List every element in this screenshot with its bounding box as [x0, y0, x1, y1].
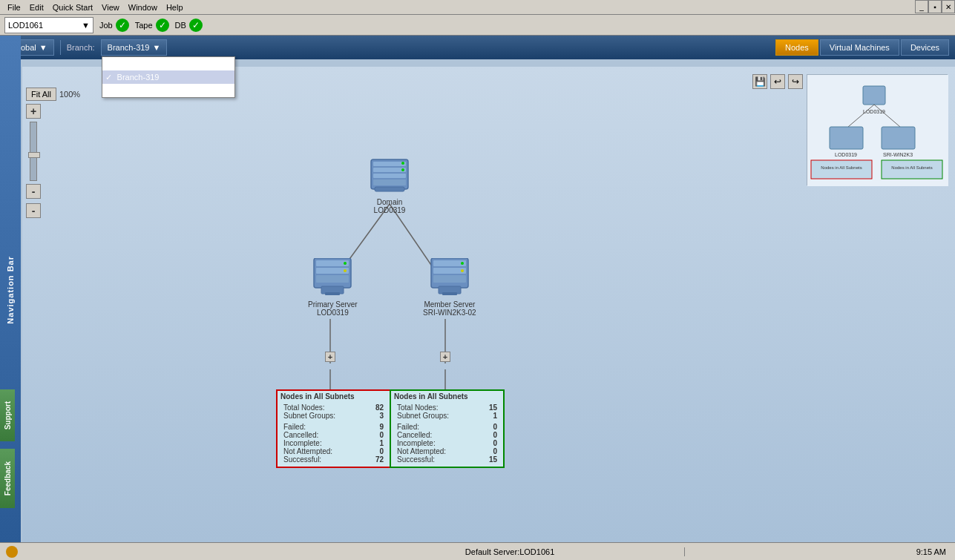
primary-server-node[interactable]: Primary Server LOD0319: [308, 258, 358, 317]
right-not-attempted-row: Not Attempted: 0: [394, 447, 500, 455]
right-successful-label: Successful:: [397, 455, 435, 464]
right-subnet-header: Nodes in All Subnets: [391, 391, 503, 402]
header-separator: [60, 40, 61, 55]
branch-option-central[interactable]: Central-Site (LOD1061): [102, 84, 234, 97]
right-incomplete-row: Incomplete: 0: [394, 439, 500, 447]
member-server-sublabel: SRI-WIN2K3-02: [423, 309, 476, 317]
left-total-nodes-value: 82: [375, 403, 384, 412]
left-not-attempted-row: Not Attempted: 0: [280, 447, 387, 455]
member-server-node[interactable]: Member Server SRI-WIN2K3-02: [423, 258, 476, 317]
menu-file[interactable]: File: [3, 1, 25, 13]
branch-dropdown[interactable]: Branch-319 ▼ BR 1201 Branch-319 Central-…: [101, 39, 168, 56]
close-button[interactable]: ✕: [942, 0, 955, 13]
domain-sublabel: LOD0319: [374, 206, 406, 214]
fit-all-button[interactable]: Fit All: [26, 88, 56, 101]
status-warning-icon: [6, 546, 18, 558]
svg-rect-22: [373, 174, 406, 178]
member-server-label: Member Server: [424, 300, 475, 309]
right-failed-value: 0: [493, 423, 497, 431]
zoom-percentage: 100%: [59, 90, 80, 99]
svg-rect-34: [325, 292, 340, 295]
support-sidebar[interactable]: Support: [0, 389, 15, 441]
left-subnet-groups-value: 3: [379, 412, 384, 420]
svg-rect-21: [373, 168, 406, 172]
svg-rect-42: [442, 292, 457, 295]
left-successful-row: Successful: 72: [280, 455, 387, 464]
tape-section: Tape ✓: [135, 19, 169, 32]
branch-option-br1201[interactable]: BR 1201: [102, 57, 234, 70]
restore-button[interactable]: ▪: [928, 0, 942, 13]
right-subnet-box[interactable]: Nodes in All Subnets Total Nodes: 15 Sub…: [390, 389, 505, 468]
domain-node[interactable]: Domain LOD0319: [367, 156, 412, 214]
svg-point-24: [401, 162, 404, 165]
svg-point-32: [344, 269, 347, 272]
nodes-button[interactable]: Nodes: [775, 39, 818, 56]
expand-button-left[interactable]: +: [325, 352, 335, 362]
svg-point-31: [344, 262, 347, 265]
zoom-controls: + - -: [26, 104, 41, 218]
svg-rect-20: [373, 162, 406, 166]
right-subnet-groups-value: 1: [493, 412, 497, 420]
svg-rect-5: [830, 127, 863, 149]
minimize-button[interactable]: _: [915, 0, 928, 13]
menubar: File Edit Quick Start View Window Help _…: [0, 0, 955, 15]
right-failed-row: Failed: 0: [394, 423, 500, 431]
svg-rect-38: [433, 275, 466, 283]
minimap-save-button[interactable]: 💾: [752, 74, 767, 89]
svg-text:LOD0319: LOD0319: [835, 152, 857, 157]
menu-help[interactable]: Help: [162, 1, 188, 13]
left-total-nodes-row: Total Nodes: 82: [280, 403, 387, 412]
feedback-label: Feedback: [4, 461, 12, 495]
left-subnet-box[interactable]: Nodes in All Subnets Total Nodes: 82 Sub…: [276, 389, 391, 468]
left-subnet-groups-label: Subnet Groups:: [283, 412, 335, 420]
right-total-nodes-value: 15: [489, 403, 497, 412]
left-subnet-header: Nodes in All Subnets: [278, 391, 390, 402]
lod-dropdown[interactable]: LOD1061 ▼: [4, 17, 93, 33]
left-successful-label: Successful:: [283, 455, 321, 464]
right-cancelled-value: 0: [493, 431, 497, 439]
expand-button-right[interactable]: +: [440, 352, 450, 362]
right-not-attempted-label: Not Attempted:: [397, 447, 446, 455]
menu-edit[interactable]: Edit: [25, 1, 48, 13]
left-incomplete-value: 1: [379, 439, 384, 447]
zoom-out-button[interactable]: -: [26, 184, 41, 199]
right-total-nodes-label: Total Nodes:: [397, 403, 439, 412]
primary-server-sublabel: LOD0319: [317, 309, 349, 317]
navigation-bar-label: Navigation Bar: [6, 256, 15, 324]
minimap-forward-button[interactable]: ↪: [788, 74, 803, 89]
svg-rect-30: [316, 275, 349, 283]
minimap-controls: 💾 ↩ ↪: [752, 74, 803, 89]
primary-server-label: Primary Server: [308, 300, 358, 309]
support-label: Support: [4, 401, 12, 429]
minimap-back-button[interactable]: ↩: [770, 74, 785, 89]
db-status-icon: ✓: [189, 19, 203, 32]
svg-rect-23: [373, 179, 406, 185]
toolbar: LOD1061 ▼ Job ✓ Tape ✓ DB ✓: [0, 15, 955, 36]
menu-window[interactable]: Window: [124, 1, 162, 13]
right-subnet-groups-row: Subnet Groups: 1: [394, 412, 500, 420]
svg-rect-1: [863, 86, 885, 105]
right-not-attempted-value: 0: [493, 447, 497, 455]
left-total-nodes-label: Total Nodes:: [283, 403, 325, 412]
devices-button[interactable]: Devices: [901, 39, 949, 56]
menu-quick-start[interactable]: Quick Start: [48, 1, 97, 13]
tape-status-icon: ✓: [156, 19, 169, 32]
right-cancelled-label: Cancelled:: [397, 431, 432, 439]
zoom-minus-button[interactable]: -: [26, 203, 41, 218]
left-not-attempted-value: 0: [379, 447, 384, 455]
zoom-in-button[interactable]: +: [26, 104, 41, 119]
left-failed-value: 9: [379, 423, 384, 431]
job-status-icon: ✓: [116, 19, 129, 32]
svg-point-25: [401, 168, 404, 171]
zoom-slider[interactable]: [30, 122, 37, 181]
svg-point-39: [461, 262, 464, 265]
virtual-machines-button[interactable]: Virtual Machines: [820, 39, 899, 56]
left-failed-label: Failed:: [283, 423, 306, 431]
menu-view[interactable]: View: [97, 1, 124, 13]
right-failed-label: Failed:: [397, 423, 419, 431]
feedback-sidebar[interactable]: Feedback: [0, 449, 15, 508]
db-label: DB: [175, 21, 186, 30]
header-bar: Global ▼ Branch: Branch-319 ▼ BR 1201 Br…: [0, 36, 955, 59]
right-incomplete-value: 0: [493, 439, 497, 447]
branch-option-branch319[interactable]: Branch-319: [102, 70, 234, 84]
